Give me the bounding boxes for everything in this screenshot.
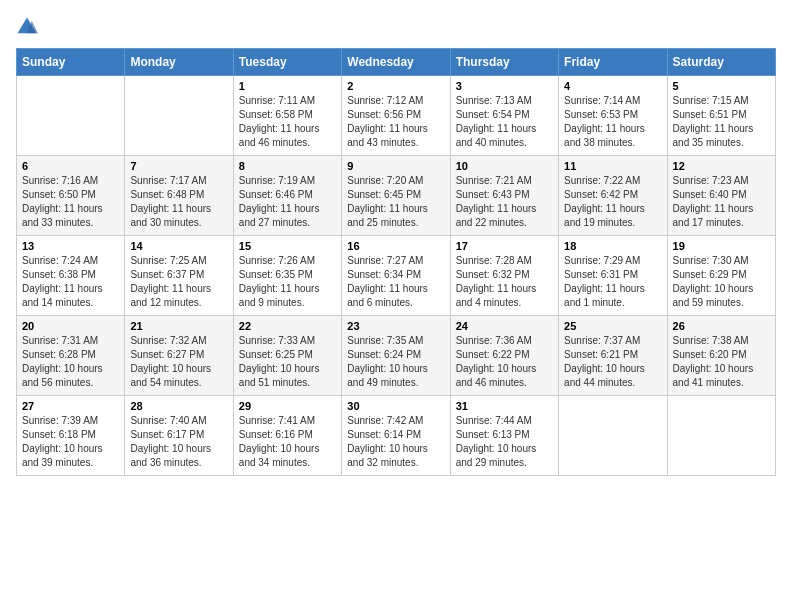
calendar-cell: 7Sunrise: 7:17 AM Sunset: 6:48 PM Daylig…: [125, 156, 233, 236]
day-info: Sunrise: 7:20 AM Sunset: 6:45 PM Dayligh…: [347, 174, 444, 230]
day-number: 17: [456, 240, 553, 252]
calendar-cell: 8Sunrise: 7:19 AM Sunset: 6:46 PM Daylig…: [233, 156, 341, 236]
day-number: 13: [22, 240, 119, 252]
day-info: Sunrise: 7:41 AM Sunset: 6:16 PM Dayligh…: [239, 414, 336, 470]
day-number: 22: [239, 320, 336, 332]
day-number: 16: [347, 240, 444, 252]
day-info: Sunrise: 7:32 AM Sunset: 6:27 PM Dayligh…: [130, 334, 227, 390]
day-number: 5: [673, 80, 770, 92]
day-info: Sunrise: 7:39 AM Sunset: 6:18 PM Dayligh…: [22, 414, 119, 470]
calendar-cell: 31Sunrise: 7:44 AM Sunset: 6:13 PM Dayli…: [450, 396, 558, 476]
day-number: 18: [564, 240, 661, 252]
day-number: 24: [456, 320, 553, 332]
logo: [16, 16, 42, 38]
calendar-cell: 19Sunrise: 7:30 AM Sunset: 6:29 PM Dayli…: [667, 236, 775, 316]
day-number: 29: [239, 400, 336, 412]
day-info: Sunrise: 7:11 AM Sunset: 6:58 PM Dayligh…: [239, 94, 336, 150]
calendar-cell: 28Sunrise: 7:40 AM Sunset: 6:17 PM Dayli…: [125, 396, 233, 476]
calendar-cell: 26Sunrise: 7:38 AM Sunset: 6:20 PM Dayli…: [667, 316, 775, 396]
day-number: 9: [347, 160, 444, 172]
day-info: Sunrise: 7:17 AM Sunset: 6:48 PM Dayligh…: [130, 174, 227, 230]
day-info: Sunrise: 7:25 AM Sunset: 6:37 PM Dayligh…: [130, 254, 227, 310]
header-day-thursday: Thursday: [450, 49, 558, 76]
calendar-cell: 23Sunrise: 7:35 AM Sunset: 6:24 PM Dayli…: [342, 316, 450, 396]
day-number: 4: [564, 80, 661, 92]
day-number: 26: [673, 320, 770, 332]
calendar-cell: 20Sunrise: 7:31 AM Sunset: 6:28 PM Dayli…: [17, 316, 125, 396]
header-day-friday: Friday: [559, 49, 667, 76]
calendar-week-1: 1Sunrise: 7:11 AM Sunset: 6:58 PM Daylig…: [17, 76, 776, 156]
calendar-cell: 21Sunrise: 7:32 AM Sunset: 6:27 PM Dayli…: [125, 316, 233, 396]
day-number: 15: [239, 240, 336, 252]
header-day-sunday: Sunday: [17, 49, 125, 76]
day-info: Sunrise: 7:15 AM Sunset: 6:51 PM Dayligh…: [673, 94, 770, 150]
day-info: Sunrise: 7:14 AM Sunset: 6:53 PM Dayligh…: [564, 94, 661, 150]
logo-icon: [16, 16, 38, 38]
day-info: Sunrise: 7:42 AM Sunset: 6:14 PM Dayligh…: [347, 414, 444, 470]
calendar-cell: 2Sunrise: 7:12 AM Sunset: 6:56 PM Daylig…: [342, 76, 450, 156]
day-info: Sunrise: 7:16 AM Sunset: 6:50 PM Dayligh…: [22, 174, 119, 230]
calendar-table: SundayMondayTuesdayWednesdayThursdayFrid…: [16, 48, 776, 476]
day-number: 11: [564, 160, 661, 172]
day-info: Sunrise: 7:30 AM Sunset: 6:29 PM Dayligh…: [673, 254, 770, 310]
calendar-cell: 13Sunrise: 7:24 AM Sunset: 6:38 PM Dayli…: [17, 236, 125, 316]
day-number: 12: [673, 160, 770, 172]
day-info: Sunrise: 7:31 AM Sunset: 6:28 PM Dayligh…: [22, 334, 119, 390]
calendar-cell: 15Sunrise: 7:26 AM Sunset: 6:35 PM Dayli…: [233, 236, 341, 316]
day-number: 27: [22, 400, 119, 412]
day-number: 19: [673, 240, 770, 252]
calendar-cell: [17, 76, 125, 156]
day-info: Sunrise: 7:21 AM Sunset: 6:43 PM Dayligh…: [456, 174, 553, 230]
day-info: Sunrise: 7:35 AM Sunset: 6:24 PM Dayligh…: [347, 334, 444, 390]
day-info: Sunrise: 7:33 AM Sunset: 6:25 PM Dayligh…: [239, 334, 336, 390]
day-info: Sunrise: 7:13 AM Sunset: 6:54 PM Dayligh…: [456, 94, 553, 150]
calendar-cell: 25Sunrise: 7:37 AM Sunset: 6:21 PM Dayli…: [559, 316, 667, 396]
calendar-cell: [125, 76, 233, 156]
calendar-cell: 9Sunrise: 7:20 AM Sunset: 6:45 PM Daylig…: [342, 156, 450, 236]
calendar-cell: [667, 396, 775, 476]
day-info: Sunrise: 7:19 AM Sunset: 6:46 PM Dayligh…: [239, 174, 336, 230]
calendar-cell: 12Sunrise: 7:23 AM Sunset: 6:40 PM Dayli…: [667, 156, 775, 236]
calendar-cell: 14Sunrise: 7:25 AM Sunset: 6:37 PM Dayli…: [125, 236, 233, 316]
calendar-cell: 30Sunrise: 7:42 AM Sunset: 6:14 PM Dayli…: [342, 396, 450, 476]
day-number: 14: [130, 240, 227, 252]
day-info: Sunrise: 7:40 AM Sunset: 6:17 PM Dayligh…: [130, 414, 227, 470]
day-number: 7: [130, 160, 227, 172]
day-info: Sunrise: 7:44 AM Sunset: 6:13 PM Dayligh…: [456, 414, 553, 470]
day-info: Sunrise: 7:29 AM Sunset: 6:31 PM Dayligh…: [564, 254, 661, 310]
calendar-cell: 6Sunrise: 7:16 AM Sunset: 6:50 PM Daylig…: [17, 156, 125, 236]
header-day-monday: Monday: [125, 49, 233, 76]
day-number: 3: [456, 80, 553, 92]
calendar-body: 1Sunrise: 7:11 AM Sunset: 6:58 PM Daylig…: [17, 76, 776, 476]
day-number: 1: [239, 80, 336, 92]
calendar-cell: [559, 396, 667, 476]
day-number: 20: [22, 320, 119, 332]
calendar-cell: 18Sunrise: 7:29 AM Sunset: 6:31 PM Dayli…: [559, 236, 667, 316]
day-number: 10: [456, 160, 553, 172]
calendar-week-5: 27Sunrise: 7:39 AM Sunset: 6:18 PM Dayli…: [17, 396, 776, 476]
calendar-cell: 29Sunrise: 7:41 AM Sunset: 6:16 PM Dayli…: [233, 396, 341, 476]
day-info: Sunrise: 7:36 AM Sunset: 6:22 PM Dayligh…: [456, 334, 553, 390]
day-number: 2: [347, 80, 444, 92]
calendar-cell: 22Sunrise: 7:33 AM Sunset: 6:25 PM Dayli…: [233, 316, 341, 396]
calendar-cell: 1Sunrise: 7:11 AM Sunset: 6:58 PM Daylig…: [233, 76, 341, 156]
day-number: 25: [564, 320, 661, 332]
calendar-cell: 24Sunrise: 7:36 AM Sunset: 6:22 PM Dayli…: [450, 316, 558, 396]
header: [16, 16, 776, 38]
day-number: 21: [130, 320, 227, 332]
header-day-saturday: Saturday: [667, 49, 775, 76]
day-number: 31: [456, 400, 553, 412]
day-info: Sunrise: 7:12 AM Sunset: 6:56 PM Dayligh…: [347, 94, 444, 150]
day-info: Sunrise: 7:23 AM Sunset: 6:40 PM Dayligh…: [673, 174, 770, 230]
day-info: Sunrise: 7:22 AM Sunset: 6:42 PM Dayligh…: [564, 174, 661, 230]
calendar-week-2: 6Sunrise: 7:16 AM Sunset: 6:50 PM Daylig…: [17, 156, 776, 236]
header-day-tuesday: Tuesday: [233, 49, 341, 76]
day-info: Sunrise: 7:38 AM Sunset: 6:20 PM Dayligh…: [673, 334, 770, 390]
day-number: 6: [22, 160, 119, 172]
header-day-wednesday: Wednesday: [342, 49, 450, 76]
day-info: Sunrise: 7:37 AM Sunset: 6:21 PM Dayligh…: [564, 334, 661, 390]
day-number: 28: [130, 400, 227, 412]
day-info: Sunrise: 7:24 AM Sunset: 6:38 PM Dayligh…: [22, 254, 119, 310]
calendar-cell: 10Sunrise: 7:21 AM Sunset: 6:43 PM Dayli…: [450, 156, 558, 236]
day-info: Sunrise: 7:26 AM Sunset: 6:35 PM Dayligh…: [239, 254, 336, 310]
